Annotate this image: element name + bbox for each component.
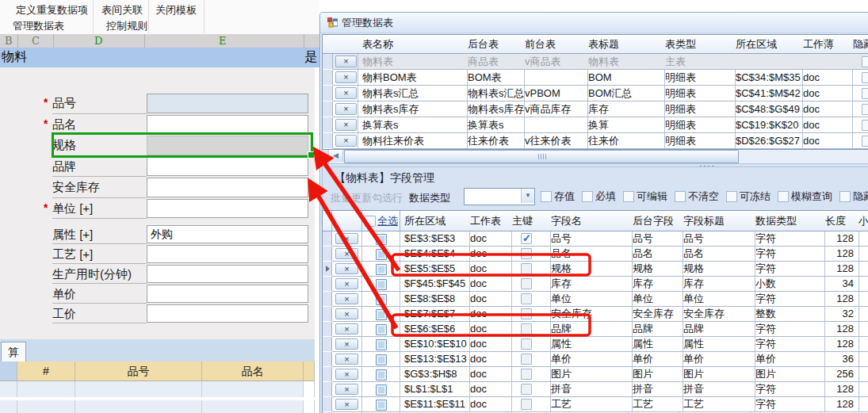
column-letter[interactable]: C — [32, 35, 40, 47]
delete-field-button[interactable]: × — [335, 263, 358, 274]
primary-key-checkbox[interactable] — [521, 233, 532, 244]
option-checkbox-group[interactable]: 隐藏摘要 — [839, 189, 868, 204]
delete-field-button[interactable]: × — [335, 369, 358, 380]
delete-row-button[interactable]: × — [335, 71, 357, 83]
primary-key-checkbox[interactable] — [521, 248, 532, 259]
primary-key-checkbox[interactable] — [521, 399, 532, 410]
horizontal-scrollbar[interactable]: ◀ — [328, 149, 868, 164]
subtable-empty-cell[interactable] — [304, 400, 315, 413]
column-letter[interactable]: E — [219, 35, 227, 47]
menu-item[interactable]: 定义重复数据项 — [16, 3, 88, 17]
subtable-empty-cell[interactable] — [0, 400, 17, 413]
table-row[interactable]: × — [333, 133, 358, 149]
datatype-select[interactable]: ▼ — [464, 188, 535, 205]
checkbox-icon[interactable] — [582, 191, 593, 202]
subtable-empty-cell[interactable] — [304, 381, 315, 397]
primary-key-checkbox[interactable] — [521, 308, 532, 319]
primary-key-checkbox[interactable] — [521, 293, 532, 304]
row-select-checkbox[interactable] — [376, 384, 387, 396]
field-row[interactable]: × — [332, 382, 362, 397]
row-select-checkbox[interactable] — [376, 324, 387, 335]
subtable-empty-cell[interactable] — [17, 400, 75, 413]
form-field-input[interactable] — [147, 199, 308, 219]
checkbox-icon[interactable] — [839, 191, 851, 202]
delete-field-button[interactable]: × — [335, 233, 358, 244]
form-field-input[interactable] — [147, 285, 308, 303]
field-row[interactable]: × — [332, 292, 362, 307]
field-row[interactable]: × — [332, 231, 362, 247]
option-checkbox-group[interactable]: 可编辑 — [623, 189, 667, 204]
primary-key-checkbox[interactable] — [521, 278, 532, 289]
delete-field-button[interactable]: × — [335, 338, 358, 350]
subtable-empty-cell[interactable] — [0, 381, 17, 397]
subtable-empty-cell[interactable] — [75, 381, 202, 397]
row-select-checkbox[interactable] — [376, 234, 387, 245]
field-row[interactable]: × — [332, 322, 362, 337]
primary-key-checkbox[interactable] — [521, 384, 532, 395]
delete-row-button[interactable]: × — [335, 119, 357, 131]
field-row[interactable]: × — [332, 262, 362, 277]
menu-item[interactable]: 表间关联 — [101, 3, 143, 17]
subtable-empty-cell[interactable] — [17, 381, 75, 397]
primary-key-checkbox[interactable] — [521, 338, 532, 350]
select-all-header[interactable]: 全选 — [362, 211, 400, 231]
form-field-input[interactable] — [147, 178, 308, 197]
table-row[interactable]: × — [333, 70, 358, 86]
field-row[interactable]: × — [332, 367, 362, 382]
option-checkbox-group[interactable]: 必填 — [582, 189, 616, 204]
checkbox-icon[interactable] — [541, 191, 552, 202]
primary-key-checkbox[interactable] — [521, 369, 532, 380]
scroll-left-arrow[interactable]: ◀ — [329, 150, 343, 162]
field-row[interactable]: × — [332, 397, 362, 412]
hidden-checkbox[interactable] — [862, 72, 868, 83]
primary-key-checkbox[interactable] — [521, 263, 532, 274]
row-select-checkbox[interactable] — [376, 294, 387, 305]
delete-field-button[interactable]: × — [335, 354, 358, 365]
scrollbar-thumb[interactable] — [344, 150, 739, 163]
row-select-checkbox[interactable] — [376, 264, 387, 275]
table-row[interactable]: × — [333, 101, 358, 117]
field-row[interactable]: × — [332, 277, 362, 292]
select-all-link[interactable]: 全选 — [377, 214, 398, 228]
checkbox-icon[interactable] — [778, 191, 789, 202]
menu-item[interactable]: 管理数据表 — [13, 19, 64, 33]
field-row[interactable]: × — [332, 247, 362, 262]
option-checkbox-group[interactable]: 模糊查询 — [778, 189, 832, 204]
delete-row-button[interactable]: × — [335, 87, 357, 99]
delete-field-button[interactable]: × — [335, 278, 358, 289]
form-field-input[interactable] — [147, 94, 308, 113]
delete-field-button[interactable]: × — [335, 399, 358, 410]
dropdown-arrow-icon[interactable]: ▼ — [521, 189, 534, 203]
hidden-checkbox[interactable] — [862, 88, 868, 99]
form-field-input[interactable] — [147, 245, 308, 263]
column-letter[interactable]: B — [5, 35, 13, 47]
hidden-checkbox[interactable] — [862, 56, 868, 67]
row-select-checkbox[interactable] — [376, 339, 387, 350]
delete-field-button[interactable]: × — [335, 384, 358, 395]
subtable-empty-cell[interactable] — [75, 400, 202, 413]
form-field-input[interactable] — [147, 157, 308, 177]
form-field-input[interactable] — [147, 115, 308, 135]
table-row[interactable]: × — [333, 86, 358, 101]
excel-fill-handle[interactable] — [308, 151, 315, 159]
option-checkbox-group[interactable]: 不清空 — [675, 189, 719, 204]
hidden-checkbox[interactable] — [862, 136, 868, 147]
primary-key-checkbox[interactable] — [521, 354, 532, 365]
row-select-checkbox[interactable] — [376, 249, 387, 260]
window-titlebar[interactable]: 管理数据表 — [320, 13, 868, 33]
delete-row-button[interactable]: × — [335, 55, 357, 67]
field-row[interactable]: × — [332, 352, 362, 367]
row-select-checkbox[interactable] — [376, 354, 387, 365]
subtable-empty-cell[interactable] — [202, 381, 304, 397]
delete-field-button[interactable]: × — [335, 308, 358, 319]
delete-row-button[interactable]: × — [335, 135, 357, 147]
column-letter[interactable]: D — [94, 35, 102, 47]
form-field-input[interactable]: 外购 — [147, 225, 308, 243]
field-row[interactable]: × — [332, 337, 362, 352]
form-field-input[interactable] — [147, 304, 308, 323]
menu-item[interactable]: 控制规则 — [106, 19, 147, 33]
row-select-checkbox[interactable] — [376, 400, 387, 411]
select-all-checkbox[interactable] — [365, 216, 376, 227]
hidden-checkbox[interactable] — [862, 104, 868, 115]
delete-row-button[interactable]: × — [335, 103, 357, 115]
